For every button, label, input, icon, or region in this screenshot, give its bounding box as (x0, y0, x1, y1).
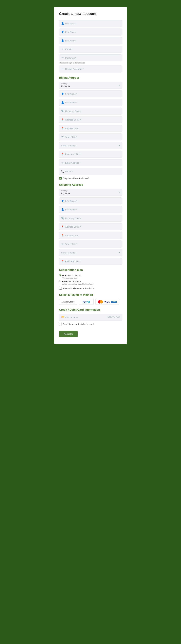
repeat-password-group: ••• (59, 66, 122, 72)
plan-free-name: Free (62, 280, 67, 283)
plan-free-radio[interactable] (59, 280, 61, 282)
shipping-address2-group: 📍 (59, 232, 122, 239)
auto-renew-label[interactable]: Automatically renew subscription (63, 287, 94, 290)
billing-email-group: ✉ (59, 159, 122, 166)
password-group: ••• Minimum length of 8 characters. (59, 54, 122, 64)
plan-gold-name: Gold (62, 274, 67, 277)
shipping-firstname-input[interactable] (65, 200, 120, 202)
shipping-lastname-group: 👤 (59, 206, 122, 213)
plan-gold-radio[interactable] (59, 274, 61, 276)
paypal-icon: PayPal (83, 301, 90, 303)
billing-phone-group: 📞 (59, 168, 122, 175)
username-input[interactable] (65, 22, 120, 25)
lastname-input[interactable] (65, 40, 120, 42)
shipping-address1-input[interactable] (65, 226, 120, 228)
repeat-password-icon: ••• (61, 68, 64, 70)
username-icon: 👤 (61, 22, 64, 25)
ship-different-checkbox[interactable] (59, 177, 62, 180)
register-button[interactable]: Register (59, 331, 78, 337)
billing-country-group: Country * Romania ▾ Romania (59, 82, 122, 89)
firstname-input[interactable] (65, 31, 120, 33)
shipping-city-icon: 🏛 (61, 243, 64, 245)
billing-person-icon-2: 👤 (61, 101, 64, 104)
billing-town-input[interactable] (65, 136, 120, 138)
send-credentials-checkbox[interactable] (59, 323, 62, 326)
plan-free-price: free / 1 Month (67, 280, 81, 283)
shipping-lastname-input[interactable] (65, 208, 120, 211)
card-logos: VISA AMEX (98, 300, 117, 304)
plan-free: Free free / 1 Month A free subscription … (59, 280, 122, 285)
shipping-person-icon: 👤 (61, 200, 64, 202)
ship-different-row: Ship to a different address? (59, 177, 122, 180)
subscription-plans: Gold $20 / 1 Month The best plan ever Fr… (59, 274, 122, 285)
auto-renew-row: Automatically renew subscription (59, 287, 122, 290)
billing-address1-input[interactable] (65, 118, 120, 121)
billing-phone-input[interactable] (65, 170, 120, 173)
auto-renew-checkbox[interactable] (59, 287, 62, 290)
billing-firstname-group: 👤 (59, 90, 122, 97)
billing-address1-group: 📍 (59, 116, 122, 123)
payment-section-title: Select a Payment Method (59, 293, 122, 296)
shipping-company-group: 📎 (59, 215, 122, 222)
shipping-firstname-group: 👤 (59, 198, 122, 204)
username-group: 👤 (59, 20, 122, 27)
shipping-company-input[interactable] (65, 217, 120, 220)
billing-location-icon-2: 📍 (61, 127, 64, 130)
shipping-location-icon-2: 📍 (61, 234, 64, 237)
email-input[interactable] (65, 48, 120, 50)
shipping-address2-input[interactable] (65, 234, 120, 237)
payment-methods-group: Manual/Offline PayPal VISA AMEX (59, 299, 122, 305)
shipping-country-group: Country * Romania ▾ Romania (59, 189, 122, 196)
send-credentials-row: Send these credentials via email. (59, 323, 122, 326)
billing-lastname-input[interactable] (65, 101, 120, 104)
password-icon: ••• (61, 56, 64, 59)
billing-company-group: 📎 (59, 108, 122, 114)
shipping-state-group: State / County * ▾ State / County * (59, 249, 122, 256)
plan-free-desc: A free subscription plan. Nothing fancy (62, 283, 122, 285)
email-icon: ✉ (61, 48, 64, 50)
expiry-cvc-label: MM / YY CVC (108, 316, 120, 318)
subscription-section-title: Subscription plan (59, 268, 122, 272)
billing-person-icon: 👤 (61, 92, 64, 95)
shipping-person-icon-2: 👤 (61, 208, 64, 211)
password-input[interactable] (65, 57, 120, 59)
billing-section-title: Billing Address (59, 76, 122, 80)
email-group: ✉ (59, 46, 122, 53)
shipping-town-group: 🏛 (59, 240, 122, 248)
shipping-town-input[interactable] (65, 243, 120, 245)
billing-address2-input[interactable] (65, 127, 120, 130)
billing-postcode-group: 📍 (59, 151, 122, 158)
page-title: Create a new account (59, 12, 122, 16)
billing-postcode-input[interactable] (65, 153, 120, 156)
billing-address2-group: 📍 (59, 125, 122, 132)
card-number-input[interactable] (65, 316, 106, 318)
shipping-section-title: Shipping Address (59, 183, 122, 186)
billing-phone-icon: 📞 (61, 170, 64, 173)
billing-town-group: 🏛 (59, 134, 122, 140)
billing-state-group: State / County * ▾ State / County * (59, 142, 122, 149)
paypal-payment-button[interactable]: PayPal (79, 299, 94, 305)
shipping-postcode-input[interactable] (65, 260, 120, 262)
card-icon: 💳 (61, 316, 64, 318)
billing-firstname-input[interactable] (65, 93, 120, 95)
plan-gold-price: $20 / 1 Month (68, 274, 81, 277)
manual-payment-label: Manual/Offline (62, 301, 74, 303)
billing-company-input[interactable] (65, 110, 120, 112)
ship-different-label[interactable]: Ship to a different address? (63, 177, 89, 180)
visa-icon: VISA (104, 300, 110, 303)
manual-payment-button[interactable]: Manual/Offline (59, 299, 77, 305)
billing-email-input[interactable] (65, 162, 120, 164)
lastname-group: 👤 (59, 37, 122, 44)
send-credentials-label[interactable]: Send these credentials via email. (63, 323, 95, 326)
billing-company-icon: 📎 (61, 110, 64, 112)
shipping-company-icon: 📎 (61, 217, 64, 220)
person-icon-2: 👤 (61, 39, 64, 42)
card-section-title: Credit / Debit Card Information (59, 308, 122, 312)
repeat-password-input[interactable] (65, 68, 120, 70)
firstname-group: 👤 (59, 28, 122, 36)
amex-icon: AMEX (111, 301, 117, 303)
password-hint: Minimum length of 8 characters. (59, 62, 122, 64)
card-payment-button[interactable]: VISA AMEX (95, 299, 119, 305)
shipping-address1-group: 📍 (59, 223, 122, 230)
plan-gold: Gold $20 / 1 Month The best plan ever (59, 274, 122, 279)
